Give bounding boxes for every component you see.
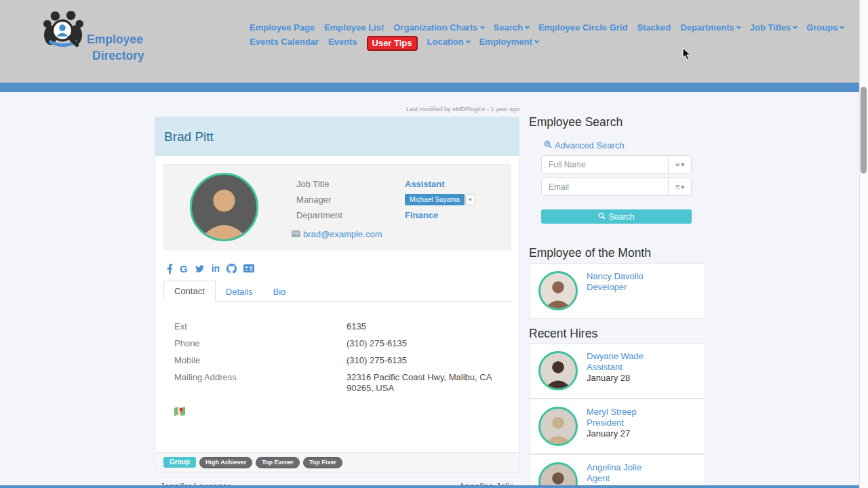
full-name-options-dropdown[interactable]: ≡▾ <box>668 156 691 173</box>
hire-photo[interactable] <box>538 407 578 446</box>
recent-hire-card: Angelina JolieAgentFebruary 9 <box>529 454 705 488</box>
tag-group[interactable]: Group <box>163 457 196 468</box>
contact-details: Ext6135Phone(310) 275-6135Mobile(310) 27… <box>155 302 519 394</box>
tab-details[interactable]: Details <box>216 282 263 302</box>
contact-label: Phone <box>174 338 347 349</box>
twitter-icon[interactable] <box>195 264 205 273</box>
main-navigation: Employee PageEmployee ListOrganization C… <box>250 22 860 54</box>
contact-label: Mobile <box>174 355 347 366</box>
full-name-input[interactable] <box>542 156 668 173</box>
advanced-search-link[interactable]: Advanced Search <box>544 140 625 150</box>
envelope-icon <box>292 228 300 240</box>
employee-of-the-month-title: Employee of the Month <box>529 246 651 260</box>
nav-item-search[interactable]: Search <box>494 22 529 33</box>
map-icon[interactable] <box>174 407 185 419</box>
eotm-name-link[interactable]: Nancy Davolio <box>587 271 644 282</box>
contact-label: Ext <box>174 321 347 332</box>
nav-item-job-titles[interactable]: Job Titles <box>750 22 797 33</box>
employee-search-title: Employee Search <box>529 115 705 129</box>
field-value-job-title[interactable]: Assistant <box>405 179 445 189</box>
google-icon[interactable]: G <box>180 263 188 274</box>
tag-top-earner[interactable]: Top Earner <box>256 457 300 468</box>
page-scrollbar-thumb[interactable] <box>861 87 867 174</box>
contact-row-mailing-address: Mailing Address32316 Pacific Coast Hwy, … <box>174 372 508 394</box>
chevron-down-icon <box>479 24 484 29</box>
social-links-row: Gin <box>167 263 519 274</box>
chevron-down-icon <box>525 24 530 29</box>
profile-field-row: DepartmentFinance <box>296 207 513 223</box>
people-search-logo-icon <box>42 8 84 64</box>
person-silhouette-icon <box>192 175 256 239</box>
full-name-field-wrap: ≡▾ <box>541 155 692 174</box>
hire-text: Dwyane WadeAssistantJanuary 28 <box>587 351 644 384</box>
last-modified-text: Last modified by eMDPlugins - 1 year ago <box>155 106 519 113</box>
address-card-icon[interactable] <box>243 264 254 272</box>
mouse-cursor <box>682 47 691 63</box>
nav-item-organization-charts[interactable]: Organization Charts <box>393 22 484 33</box>
profile-tabs: ContactDetailsBio <box>163 281 511 302</box>
employee-directory-page: Employee Directory Employee PageEmployee… <box>0 0 868 488</box>
tag-high-achiever[interactable]: High Achiever <box>199 457 252 468</box>
employee-photo[interactable] <box>190 173 258 241</box>
hire-name-link[interactable]: Meryl Streep <box>587 407 637 418</box>
facebook-icon[interactable] <box>167 264 173 274</box>
field-value-department[interactable]: Finance <box>405 210 438 220</box>
nav-item-user-tips[interactable]: User Tips <box>367 36 418 51</box>
nav-item-employee-list[interactable]: Employee List <box>324 22 384 33</box>
email-options-dropdown[interactable]: ≡▾ <box>668 178 691 195</box>
nav-item-location[interactable]: Location <box>427 36 470 51</box>
nav-item-groups[interactable]: Groups <box>806 22 844 33</box>
hire-role-link[interactable]: Agent <box>587 473 642 484</box>
equals-icon: ≡ <box>675 161 679 168</box>
nav-item-events-calendar[interactable]: Events Calendar <box>250 36 319 51</box>
person-silhouette-icon <box>540 353 576 388</box>
recent-hires-title: Recent Hires <box>529 327 597 341</box>
profile-tags-footer: GroupHigh AchieverTop EarnerTop Fixer <box>155 452 519 472</box>
chevron-down-icon <box>736 24 741 29</box>
hire-role-link[interactable]: President <box>587 418 637 428</box>
tab-bio[interactable]: Bio <box>263 282 296 302</box>
search-button[interactable]: Search <box>541 209 692 224</box>
contact-label: Mailing Address <box>174 372 347 394</box>
employee-profile-card: Brad Pitt Job TitleAssistantManagerMicha… <box>155 117 519 472</box>
hire-photo[interactable] <box>538 351 578 390</box>
contact-value: 6135 <box>347 321 504 332</box>
eotm-role-link[interactable]: Developer <box>587 282 644 293</box>
hire-photo[interactable] <box>538 462 578 488</box>
email-input[interactable] <box>542 178 668 195</box>
right-sidebar: Employee Search Advanced Search ≡▾ ≡▾ Se… <box>529 115 705 129</box>
nav-item-employee-circle-grid[interactable]: Employee Circle Grid <box>538 22 628 33</box>
search-icon <box>598 212 606 222</box>
hire-name-link[interactable]: Dwyane Wade <box>587 351 644 362</box>
email-link[interactable]: brad@example.com <box>303 229 382 239</box>
nav-item-stacked[interactable]: Stacked <box>637 22 671 33</box>
contact-value: (310) 275-6135 <box>347 355 504 366</box>
chevron-down-icon <box>793 24 797 29</box>
linkedin-icon[interactable]: in <box>212 263 220 274</box>
manager-select[interactable]: Michael Suyama▾ <box>405 194 475 205</box>
chevron-down-icon <box>840 24 844 29</box>
nav-item-events[interactable]: Events <box>328 36 357 51</box>
hire-role-link[interactable]: Assistant <box>587 362 644 373</box>
eotm-photo[interactable] <box>538 271 578 310</box>
field-label-manager: Manager <box>296 195 405 205</box>
field-label-department: Department <box>296 210 405 220</box>
nav-item-employee-page[interactable]: Employee Page <box>250 22 315 33</box>
nav-item-departments[interactable]: Departments <box>680 22 740 33</box>
nav-item-employment[interactable]: Employment <box>479 36 538 51</box>
profile-fields: Job TitleAssistantManagerMichael Suyama▾… <box>296 176 513 240</box>
contact-row-mobile: Mobile(310) 275-6135 <box>174 355 508 366</box>
manager-dropdown-button[interactable]: ▾ <box>465 194 475 205</box>
github-icon[interactable] <box>226 264 237 274</box>
equals-icon: ≡ <box>675 183 679 190</box>
tag-top-fixer[interactable]: Top Fixer <box>303 457 342 468</box>
hire-name-link[interactable]: Angelina Jolie <box>587 462 642 473</box>
contact-value: 32316 Pacific Coast Hwy, Malibu, CA 9026… <box>347 372 504 394</box>
contact-row-ext: Ext6135 <box>174 321 508 332</box>
search-plus-icon <box>544 140 552 150</box>
page-scrollbar-track[interactable] <box>859 0 868 488</box>
header-accent-stripe <box>0 83 868 92</box>
contact-value: (310) 275-6135 <box>347 338 504 349</box>
app-logo[interactable]: Employee Directory <box>42 8 144 64</box>
tab-contact[interactable]: Contact <box>163 281 216 302</box>
